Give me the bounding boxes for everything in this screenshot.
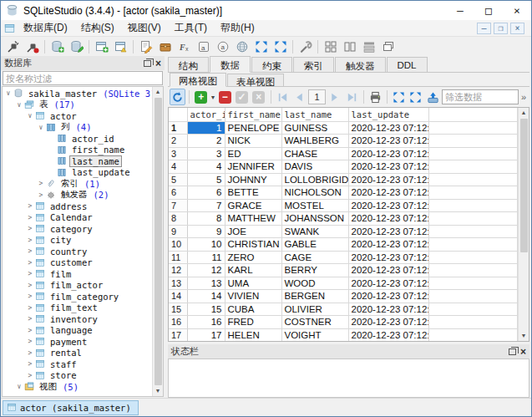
tree-item-film[interactable]: >film [3, 268, 152, 280]
functions-editor-button[interactable]: Fx [175, 38, 194, 55]
cell-last_name[interactable]: CAGE [281, 251, 348, 264]
cell-first_name[interactable]: MATTHEW [225, 212, 281, 226]
insert-row-dropdown-icon[interactable]: ▼ [210, 94, 216, 100]
row-header[interactable]: 14 [169, 290, 187, 303]
tab-索引[interactable]: 索引 [293, 57, 334, 72]
chevron-expanded-icon[interactable]: ∨ [15, 101, 23, 109]
cell-last_name[interactable]: DAVIS [281, 160, 348, 174]
cell-last_name[interactable]: BERRY [281, 264, 348, 277]
cell-last_name[interactable]: LOLLOBRIGIDA [281, 173, 348, 186]
scroll-down-icon[interactable]: ▼ [153, 386, 164, 396]
cell-first_name[interactable]: JENNIFER [225, 160, 281, 174]
first-page-button[interactable] [274, 89, 290, 105]
tree-item--[interactable]: ∨表(17) [3, 99, 152, 111]
cell-last_name[interactable]: JOHANSSON [281, 212, 348, 226]
cell-actor_id[interactable]: 4 [187, 160, 225, 174]
last-page-button[interactable] [343, 89, 359, 105]
cell-first_name[interactable]: CHRISTIAN [225, 238, 281, 252]
cell-last_update[interactable]: 2020-12-23 07:12:29 [348, 199, 428, 212]
fit-rows-button[interactable] [408, 89, 423, 105]
chevron-collapsed-icon[interactable]: > [26, 202, 34, 210]
taskbar-window-button[interactable]: actor (sakila_master) [3, 400, 139, 415]
tree-item-inventory[interactable]: >inventory [3, 313, 152, 325]
tree-scrollbar[interactable]: ▲ ▼ [152, 87, 163, 396]
chevron-collapsed-icon[interactable]: > [26, 282, 34, 289]
cell-actor_id[interactable]: 9 [187, 225, 225, 238]
cell-actor_id[interactable]: 10 [187, 238, 225, 252]
close-button[interactable]: × [503, 1, 531, 20]
column-header-actor_id[interactable]: actor_id [187, 108, 225, 121]
cell-first_name[interactable]: JOE [225, 225, 281, 238]
chevron-collapsed-icon[interactable]: > [37, 180, 45, 187]
cell-actor_id[interactable]: 8 [187, 212, 225, 226]
row-header[interactable]: 9 [169, 225, 187, 238]
tree-filter-input[interactable] [3, 71, 163, 85]
tree-item--[interactable]: ∨列(4) [3, 122, 152, 134]
menu-help[interactable]: 帮助(H) [214, 19, 261, 37]
open-sql-file-button[interactable] [111, 38, 130, 55]
chevron-expanded-icon[interactable]: ∨ [4, 89, 13, 97]
row-header[interactable]: 10 [169, 238, 187, 252]
row-header[interactable]: 17 [169, 328, 187, 341]
commit-changes-button[interactable]: ✓ [234, 89, 250, 105]
tree-item-country[interactable]: >country [3, 246, 152, 257]
column-header-last_name[interactable]: last_name [281, 108, 348, 121]
cell-last_name[interactable]: WAHLBERG [281, 135, 348, 148]
row-header[interactable]: 2 [169, 135, 187, 148]
cell-first_name[interactable]: NICK [225, 135, 281, 148]
row-header[interactable]: 7 [169, 199, 187, 212]
page-number-input[interactable]: 1 [308, 89, 326, 104]
cell-last_name[interactable]: CHASE [281, 147, 348, 160]
mdi-minimize-button[interactable]: – [477, 23, 491, 34]
mdi-tile-windows-button[interactable] [321, 38, 340, 55]
tree-item----[interactable]: >触发器(2) [3, 190, 152, 201]
cell-actor_id[interactable]: 14 [187, 290, 225, 303]
row-header[interactable]: 1 [169, 121, 187, 135]
row-header[interactable]: 5 [169, 173, 187, 186]
insert-row-button[interactable]: + [193, 89, 209, 105]
tree-item-sakila_master[interactable]: ∨sakila_master(SQLite 3) [3, 88, 152, 99]
new-sql-editor-button[interactable] [92, 38, 111, 55]
tree-item-city[interactable]: >city [3, 235, 152, 247]
cell-first_name[interactable]: ED [225, 147, 281, 160]
cell-actor_id[interactable]: 2 [187, 135, 225, 148]
tree-item-actor_id[interactable]: actor_id [3, 133, 152, 145]
tree-item-film_text[interactable]: >film_text [3, 303, 152, 314]
cell-first_name[interactable]: BETTE [225, 186, 281, 200]
chevron-collapsed-icon[interactable]: > [26, 214, 34, 221]
tab-DDL[interactable]: DDL [387, 57, 428, 72]
chevron-expanded-icon[interactable]: ∨ [15, 383, 23, 390]
mdi-close-button[interactable]: × [510, 23, 524, 34]
maximize-button[interactable]: □ [474, 1, 503, 20]
cell-last_update[interactable]: 2020-12-23 07:12:29 [348, 277, 428, 290]
cell-actor_id[interactable]: 16 [187, 316, 225, 329]
cell-actor_id[interactable]: 7 [187, 199, 225, 212]
menu-tools[interactable]: 工具(T) [168, 19, 214, 37]
chevron-collapsed-icon[interactable]: > [26, 247, 34, 255]
chevron-collapsed-icon[interactable]: > [26, 315, 34, 323]
close-panel-icon[interactable]: × [155, 59, 161, 68]
cell-actor_id[interactable]: 5 [187, 173, 225, 186]
cell-actor_id[interactable]: 3 [187, 147, 225, 160]
column-header-last_update[interactable]: last_update [348, 108, 428, 121]
tree-item-payment[interactable]: >payment [3, 336, 152, 348]
prev-page-button[interactable] [291, 89, 307, 105]
cell-last_update[interactable]: 2020-12-23 07:12:29 [348, 303, 428, 316]
tree-item-film_category[interactable]: >film_category [3, 291, 152, 303]
chevron-collapsed-icon[interactable]: > [26, 259, 34, 267]
view-tab-网格视图[interactable]: 网格视图 [170, 73, 226, 87]
cell-first_name[interactable]: HELEN [225, 328, 281, 341]
cell-last_update[interactable]: 2020-12-23 07:12:29 [348, 225, 428, 238]
tab-数据[interactable]: 数据 [210, 56, 251, 73]
cell-first_name[interactable]: ZERO [225, 251, 281, 264]
cell-last_name[interactable]: WOOD [281, 277, 348, 290]
cell-actor_id[interactable]: 17 [187, 328, 225, 341]
maximize-windows-button[interactable] [271, 38, 290, 55]
tree-item-customer[interactable]: >customer [3, 257, 152, 269]
cell-first_name[interactable]: JOHNNY [225, 173, 281, 186]
mdi-tile-horizontal-button[interactable] [359, 38, 378, 55]
chevron-collapsed-icon[interactable]: > [26, 360, 34, 368]
extensions-button[interactable] [232, 38, 251, 55]
chevron-expanded-icon[interactable]: ∨ [37, 124, 45, 131]
cell-last_name[interactable]: COSTNER [281, 316, 348, 329]
